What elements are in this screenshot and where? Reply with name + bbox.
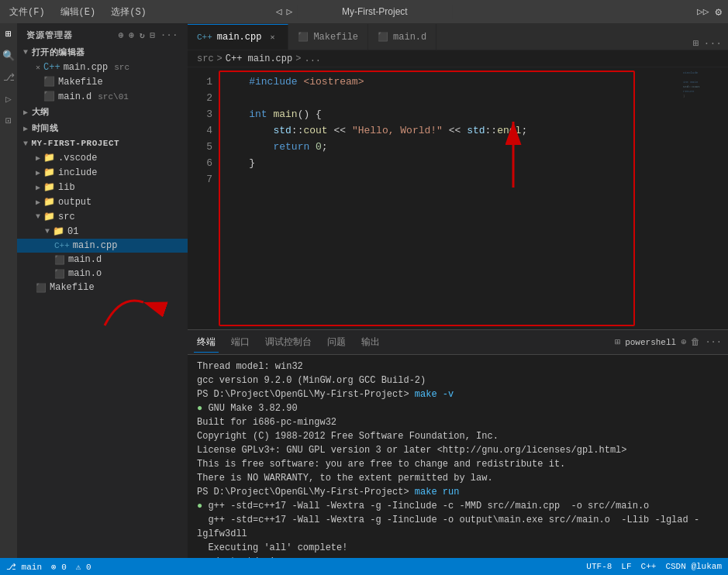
nav-forward-icon[interactable]: ▷ bbox=[287, 5, 293, 18]
line-num-2: 2 bbox=[188, 90, 212, 106]
tab-d-icon: ⬛ bbox=[378, 32, 388, 42]
language-mode[interactable]: C++ bbox=[641, 562, 657, 571]
timeline-title[interactable]: ▶ 时间线 bbox=[17, 120, 188, 136]
file-path-tag: src bbox=[114, 63, 129, 72]
kill-terminal-icon[interactable]: 🗑 bbox=[691, 336, 700, 348]
terminal-line-6: Copyright (C) 1988-2012 Free Software Fo… bbox=[197, 429, 719, 443]
errors-count[interactable]: ⊗ 0 bbox=[51, 562, 67, 572]
encoding[interactable]: UTF-8 bbox=[586, 562, 612, 571]
tab-main-cpp-label: main.cpp bbox=[217, 32, 262, 43]
terminal-line-3: PS D:\Project\OpenGL\My-First-Project> m… bbox=[197, 387, 719, 401]
search-icon[interactable]: 🔍 bbox=[1, 48, 16, 64]
folder-01[interactable]: ▼ 📁 01 bbox=[17, 224, 188, 239]
terminal-content[interactable]: Thread model: win32 gcc version 9.2.0 (M… bbox=[188, 355, 728, 558]
file-main-cpp[interactable]: C++ main.cpp bbox=[17, 239, 188, 253]
code-line-6: } bbox=[225, 155, 681, 171]
code-area[interactable]: #include <iostream> int main() { std::co… bbox=[219, 67, 681, 329]
vscode-folder[interactable]: ▶ 📁 .vscode bbox=[17, 150, 188, 165]
warnings-count[interactable]: ⚠ 0 bbox=[76, 562, 91, 572]
open-file-main-cpp[interactable]: ✕ C++ main.cpp src bbox=[17, 60, 188, 74]
tab-debug-console[interactable]: 调试控制台 bbox=[262, 332, 315, 352]
split-terminal-icon[interactable]: ⊞ bbox=[615, 336, 620, 348]
git-branch[interactable]: ⎇ main bbox=[6, 562, 42, 572]
file-makefile[interactable]: ⬛ Makefile bbox=[17, 281, 188, 294]
open-file-main-d[interactable]: ✕ ⬛ main.d src\01 bbox=[17, 89, 188, 104]
more-icon[interactable]: ··· bbox=[160, 30, 178, 40]
menu-file[interactable]: 文件(F) bbox=[6, 4, 48, 20]
powershell-label: powershell bbox=[625, 338, 676, 347]
d-file-icon: ⬛ bbox=[43, 91, 55, 102]
tab-problems[interactable]: 问题 bbox=[324, 332, 349, 352]
more-actions-icon[interactable]: ··· bbox=[704, 38, 722, 50]
tab-bar: C++ main.cpp ✕ ⬛ Makefile ⬛ main.d ⊞ ··· bbox=[188, 23, 728, 50]
debug-icon[interactable]: ▷ bbox=[1, 91, 16, 107]
project-section: ▼ MY-FIRST-PROJECT ▶ 📁 .vscode ▶ 📁 inclu… bbox=[17, 136, 188, 294]
tab-main-d[interactable]: ⬛ main.d bbox=[368, 24, 436, 50]
collapse-icon[interactable]: ⊟ bbox=[150, 30, 157, 40]
terminal-line-10: PS D:\Project\OpenGL\My-First-Project> m… bbox=[197, 485, 719, 499]
file-main-d[interactable]: ⬛ main.d bbox=[17, 253, 188, 267]
lib-folder[interactable]: ▶ 📁 lib bbox=[17, 180, 188, 195]
main-layout: ⊞ 🔍 ⎇ ▷ ⊡ 资源管理器 ⊕ ⊕ ↻ ⊟ ··· ▼ 打开的编辑器 ✕ bbox=[0, 23, 728, 558]
terminal-line-1: Thread model: win32 bbox=[197, 360, 719, 374]
close-icon[interactable]: ✕ bbox=[36, 63, 40, 72]
file-main-o[interactable]: ⬛ main.o bbox=[17, 267, 188, 281]
line-num-7: 7 bbox=[188, 171, 212, 188]
menu-bar[interactable]: 文件(F) 编辑(E) 选择(S) bbox=[6, 4, 150, 20]
tab-bar-actions: ⊞ ··· bbox=[687, 37, 728, 50]
terminal-line-11: ● g++ -std=c++17 -Wall -Wextra -g -Iincl… bbox=[197, 499, 719, 513]
status-bar: ⎇ main ⊗ 0 ⚠ 0 UTF-8 LF C++ CSDN @lukam bbox=[0, 558, 728, 575]
open-editors-label: 打开的编辑器 bbox=[32, 46, 85, 58]
breadcrumb-src: src bbox=[197, 53, 214, 64]
add-terminal-icon[interactable]: ⊕ bbox=[681, 336, 686, 348]
activity-bar: ⊞ 🔍 ⎇ ▷ ⊡ bbox=[0, 23, 17, 558]
file-main-cpp-name: main.cpp bbox=[73, 240, 118, 251]
new-folder-icon[interactable]: ⊕ bbox=[129, 30, 135, 40]
folder-icon-lib: 📁 bbox=[43, 181, 55, 193]
search-input[interactable] bbox=[297, 5, 452, 19]
breadcrumb-sep1: > bbox=[217, 53, 223, 64]
breadcrumb-symbol: ... bbox=[304, 53, 321, 64]
outline-title[interactable]: ▶ 大纲 bbox=[17, 104, 188, 120]
tab-close-main-cpp[interactable]: ✕ bbox=[266, 31, 278, 43]
tab-main-cpp[interactable]: C++ main.cpp ✕ bbox=[188, 24, 288, 50]
tab-terminal[interactable]: 终端 bbox=[194, 332, 219, 353]
tab-cpp-icon: C++ bbox=[197, 33, 212, 42]
tab-makefile[interactable]: ⬛ Makefile bbox=[288, 24, 368, 50]
terminal-tab-actions: ⊞ powershell ⊕ 🗑 ··· bbox=[615, 336, 722, 348]
new-file-icon[interactable]: ⊕ bbox=[119, 30, 125, 40]
open-file-makefile[interactable]: ✕ ⬛ Makefile bbox=[17, 74, 188, 89]
split-editor-icon[interactable]: ⊞ bbox=[693, 37, 699, 50]
source-control-icon[interactable]: ⎇ bbox=[1, 70, 16, 85]
more-terminal-icon[interactable]: ··· bbox=[705, 337, 722, 348]
open-editors-title[interactable]: ▼ 打开的编辑器 bbox=[17, 44, 188, 60]
breadcrumb-file: C++ main.cpp bbox=[226, 53, 292, 64]
settings-icon[interactable]: ⚙ bbox=[716, 5, 722, 19]
tab-output[interactable]: 输出 bbox=[358, 332, 383, 352]
menu-edit[interactable]: 编辑(E) bbox=[57, 4, 99, 20]
src-folder[interactable]: ▼ 📁 src bbox=[17, 209, 188, 224]
chevron-down-icon-3: ▼ bbox=[36, 212, 40, 221]
explorer-icon[interactable]: ⊞ bbox=[1, 26, 16, 42]
title-bar: 文件(F) 编辑(E) 选择(S) ◁ ▷ ▷▷ ⚙ bbox=[0, 0, 728, 23]
project-title[interactable]: ▼ MY-FIRST-PROJECT bbox=[17, 136, 188, 150]
nav-back-icon[interactable]: ◁ bbox=[276, 5, 282, 18]
extensions-icon[interactable]: ⊡ bbox=[1, 113, 16, 129]
line-num-4: 4 bbox=[188, 122, 212, 139]
terminal-line-4: ● GNU Make 3.82.90 bbox=[197, 401, 719, 415]
menu-select[interactable]: 选择(S) bbox=[108, 4, 150, 20]
o-icon: ⬛ bbox=[54, 269, 65, 279]
open-file-name-2: Makefile bbox=[58, 77, 103, 88]
output-folder[interactable]: ▶ 📁 output bbox=[17, 195, 188, 209]
line-ending[interactable]: LF bbox=[621, 562, 631, 571]
tab-ports[interactable]: 端口 bbox=[228, 332, 253, 352]
line-num-5: 5 bbox=[188, 139, 212, 155]
file-main-o-name: main.o bbox=[68, 268, 102, 279]
make-icon: ⬛ bbox=[36, 283, 47, 293]
include-folder[interactable]: ▶ 📁 include bbox=[17, 165, 188, 180]
run-icon[interactable]: ▷▷ bbox=[697, 5, 709, 18]
lib-folder-name: lib bbox=[58, 182, 75, 193]
outline-section: ▶ 大纲 bbox=[17, 104, 188, 120]
terminal-tabs: 终端 端口 调试控制台 问题 输出 ⊞ powershell ⊕ 🗑 ··· bbox=[188, 330, 728, 355]
refresh-icon[interactable]: ↻ bbox=[140, 30, 146, 40]
